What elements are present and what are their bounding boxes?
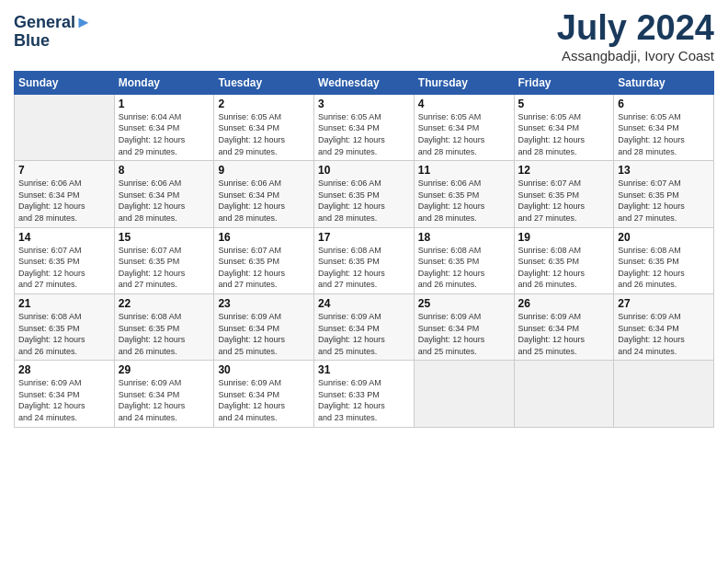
table-row xyxy=(514,361,614,427)
subtitle: Assangbadji, Ivory Coast xyxy=(557,48,714,63)
header-row: Sunday Monday Tuesday Wednesday Thursday… xyxy=(15,71,714,94)
day-number: 9 xyxy=(218,164,310,177)
table-row: 26Sunrise: 6:09 AM Sunset: 6:34 PM Dayli… xyxy=(514,293,614,360)
day-info: Sunrise: 6:08 AM Sunset: 6:35 PM Dayligh… xyxy=(618,245,710,291)
day-info: Sunrise: 6:08 AM Sunset: 6:35 PM Dayligh… xyxy=(518,245,610,291)
table-row: 10Sunrise: 6:06 AM Sunset: 6:35 PM Dayli… xyxy=(314,161,415,227)
col-sunday: Sunday xyxy=(15,71,115,94)
col-monday: Monday xyxy=(114,71,214,94)
day-info: Sunrise: 6:04 AM Sunset: 6:34 PM Dayligh… xyxy=(119,111,210,157)
table-row: 2Sunrise: 6:05 AM Sunset: 6:34 PM Daylig… xyxy=(214,94,314,160)
day-info: Sunrise: 6:09 AM Sunset: 6:34 PM Dayligh… xyxy=(418,311,510,357)
table-row: 28Sunrise: 6:09 AM Sunset: 6:34 PM Dayli… xyxy=(15,361,115,427)
logo-text: General►Blue xyxy=(14,14,92,51)
day-info: Sunrise: 6:09 AM Sunset: 6:34 PM Dayligh… xyxy=(518,311,610,357)
day-info: Sunrise: 6:08 AM Sunset: 6:35 PM Dayligh… xyxy=(418,245,510,291)
day-number: 7 xyxy=(18,164,110,177)
day-number: 31 xyxy=(318,363,410,376)
table-row: 7Sunrise: 6:06 AM Sunset: 6:34 PM Daylig… xyxy=(15,161,115,227)
day-info: Sunrise: 6:07 AM Sunset: 6:35 PM Dayligh… xyxy=(119,245,210,291)
day-number: 4 xyxy=(418,98,510,110)
table-row: 14Sunrise: 6:07 AM Sunset: 6:35 PM Dayli… xyxy=(15,227,115,293)
table-row: 25Sunrise: 6:09 AM Sunset: 6:34 PM Dayli… xyxy=(414,293,514,360)
day-number: 27 xyxy=(618,297,710,310)
table-row: 29Sunrise: 6:09 AM Sunset: 6:34 PM Dayli… xyxy=(114,361,214,427)
table-row: 16Sunrise: 6:07 AM Sunset: 6:35 PM Dayli… xyxy=(214,227,314,293)
table-row: 9Sunrise: 6:06 AM Sunset: 6:34 PM Daylig… xyxy=(214,161,314,227)
day-number: 19 xyxy=(518,231,610,244)
day-info: Sunrise: 6:08 AM Sunset: 6:35 PM Dayligh… xyxy=(318,245,410,291)
table-row: 19Sunrise: 6:08 AM Sunset: 6:35 PM Dayli… xyxy=(514,227,614,293)
day-number: 5 xyxy=(518,98,610,110)
table-row: 30Sunrise: 6:09 AM Sunset: 6:34 PM Dayli… xyxy=(214,361,314,427)
day-number: 2 xyxy=(218,98,310,110)
day-info: Sunrise: 6:07 AM Sunset: 6:35 PM Dayligh… xyxy=(618,178,710,224)
table-row: 4Sunrise: 6:05 AM Sunset: 6:34 PM Daylig… xyxy=(414,94,514,160)
day-number: 29 xyxy=(119,363,210,376)
day-number: 21 xyxy=(18,297,110,310)
table-row: 27Sunrise: 6:09 AM Sunset: 6:34 PM Dayli… xyxy=(614,293,714,360)
table-row: 6Sunrise: 6:05 AM Sunset: 6:34 PM Daylig… xyxy=(614,94,714,160)
day-number: 15 xyxy=(119,231,210,244)
table-row: 20Sunrise: 6:08 AM Sunset: 6:35 PM Dayli… xyxy=(614,227,714,293)
table-row xyxy=(414,361,514,427)
day-info: Sunrise: 6:09 AM Sunset: 6:34 PM Dayligh… xyxy=(119,377,210,423)
day-info: Sunrise: 6:09 AM Sunset: 6:33 PM Dayligh… xyxy=(318,377,410,423)
day-info: Sunrise: 6:06 AM Sunset: 6:35 PM Dayligh… xyxy=(418,178,510,224)
table-row: 3Sunrise: 6:05 AM Sunset: 6:34 PM Daylig… xyxy=(314,94,415,160)
col-wednesday: Wednesday xyxy=(314,71,415,94)
col-thursday: Thursday xyxy=(414,71,514,94)
logo: General►Blue xyxy=(14,14,92,51)
day-number: 18 xyxy=(418,231,510,244)
table-row: 18Sunrise: 6:08 AM Sunset: 6:35 PM Dayli… xyxy=(414,227,514,293)
day-number: 6 xyxy=(618,98,710,110)
table-row: 1Sunrise: 6:04 AM Sunset: 6:34 PM Daylig… xyxy=(114,94,214,160)
table-row: 22Sunrise: 6:08 AM Sunset: 6:35 PM Dayli… xyxy=(114,293,214,360)
day-number: 17 xyxy=(318,231,410,244)
day-number: 3 xyxy=(318,98,410,110)
day-number: 23 xyxy=(218,297,310,310)
day-number: 24 xyxy=(318,297,410,310)
day-info: Sunrise: 6:09 AM Sunset: 6:34 PM Dayligh… xyxy=(618,311,710,357)
day-info: Sunrise: 6:05 AM Sunset: 6:34 PM Dayligh… xyxy=(318,111,410,157)
table-row: 31Sunrise: 6:09 AM Sunset: 6:33 PM Dayli… xyxy=(314,361,415,427)
day-number: 22 xyxy=(119,297,210,310)
day-info: Sunrise: 6:05 AM Sunset: 6:34 PM Dayligh… xyxy=(418,111,510,157)
day-info: Sunrise: 6:07 AM Sunset: 6:35 PM Dayligh… xyxy=(218,245,310,291)
day-number: 20 xyxy=(618,231,710,244)
table-row: 8Sunrise: 6:06 AM Sunset: 6:34 PM Daylig… xyxy=(114,161,214,227)
day-number: 14 xyxy=(18,231,110,244)
day-info: Sunrise: 6:09 AM Sunset: 6:34 PM Dayligh… xyxy=(218,377,310,423)
header: General►Blue July 2024 Assangbadji, Ivor… xyxy=(14,9,714,63)
day-number: 13 xyxy=(618,164,710,177)
col-saturday: Saturday xyxy=(614,71,714,94)
day-info: Sunrise: 6:05 AM Sunset: 6:34 PM Dayligh… xyxy=(618,111,710,157)
day-info: Sunrise: 6:08 AM Sunset: 6:35 PM Dayligh… xyxy=(119,311,210,357)
day-info: Sunrise: 6:07 AM Sunset: 6:35 PM Dayligh… xyxy=(518,178,610,224)
day-number: 11 xyxy=(418,164,510,177)
day-info: Sunrise: 6:05 AM Sunset: 6:34 PM Dayligh… xyxy=(218,111,310,157)
day-info: Sunrise: 6:09 AM Sunset: 6:34 PM Dayligh… xyxy=(218,311,310,357)
day-number: 10 xyxy=(318,164,410,177)
day-number: 30 xyxy=(218,363,310,376)
day-number: 26 xyxy=(518,297,610,310)
table-row xyxy=(15,94,115,160)
col-tuesday: Tuesday xyxy=(214,71,314,94)
day-info: Sunrise: 6:09 AM Sunset: 6:34 PM Dayligh… xyxy=(318,311,410,357)
table-row xyxy=(614,361,714,427)
day-info: Sunrise: 6:06 AM Sunset: 6:34 PM Dayligh… xyxy=(18,178,110,224)
day-number: 28 xyxy=(18,363,110,376)
day-info: Sunrise: 6:09 AM Sunset: 6:34 PM Dayligh… xyxy=(18,377,110,423)
day-info: Sunrise: 6:05 AM Sunset: 6:34 PM Dayligh… xyxy=(518,111,610,157)
day-number: 25 xyxy=(418,297,510,310)
table-row: 15Sunrise: 6:07 AM Sunset: 6:35 PM Dayli… xyxy=(114,227,214,293)
table-row: 24Sunrise: 6:09 AM Sunset: 6:34 PM Dayli… xyxy=(314,293,415,360)
month-title: July 2024 xyxy=(557,9,714,48)
day-number: 16 xyxy=(218,231,310,244)
table-row: 21Sunrise: 6:08 AM Sunset: 6:35 PM Dayli… xyxy=(15,293,115,360)
calendar-table: Sunday Monday Tuesday Wednesday Thursday… xyxy=(14,71,714,428)
day-info: Sunrise: 6:06 AM Sunset: 6:35 PM Dayligh… xyxy=(318,178,410,224)
day-info: Sunrise: 6:08 AM Sunset: 6:35 PM Dayligh… xyxy=(18,311,110,357)
day-number: 8 xyxy=(119,164,210,177)
col-friday: Friday xyxy=(514,71,614,94)
